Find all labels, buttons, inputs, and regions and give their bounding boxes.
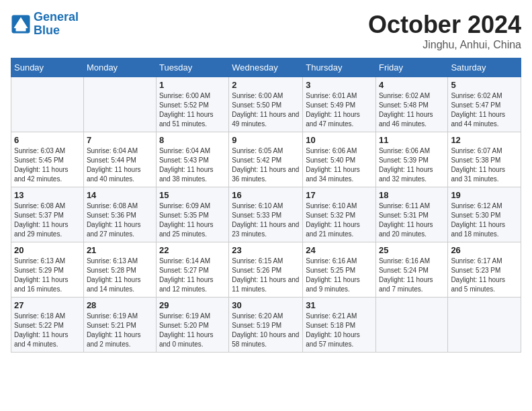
- sunset-info: Sunset: 5:49 PM: [306, 101, 355, 109]
- calendar-cell: 26Sunrise: 6:17 AMSunset: 5:23 PMDayligh…: [448, 242, 521, 298]
- calendar-cell: [11, 77, 84, 132]
- sunset-info: Sunset: 5:19 PM: [232, 322, 281, 329]
- day-info: Sunrise: 6:03 AMSunset: 5:45 PMDaylight:…: [14, 146, 81, 184]
- day-info: Sunrise: 6:06 AMSunset: 5:39 PMDaylight:…: [379, 146, 445, 184]
- calendar-cell: 14Sunrise: 6:08 AMSunset: 5:36 PMDayligh…: [83, 187, 156, 242]
- daylight-hours: Daylight: 10 hours and 58 minutes.: [232, 331, 299, 348]
- sunrise-info: Sunrise: 6:05 AM: [232, 147, 283, 154]
- sunrise-info: Sunrise: 6:07 AM: [451, 147, 502, 154]
- sunset-info: Sunset: 5:31 PM: [379, 212, 429, 219]
- title-block: October 2024 Jinghu, Anhui, China: [368, 11, 521, 51]
- calendar-cell: 6Sunrise: 6:03 AMSunset: 5:45 PMDaylight…: [11, 132, 84, 187]
- sunset-info: Sunset: 5:48 PM: [379, 101, 429, 109]
- day-number: 31: [306, 300, 373, 310]
- day-info: Sunrise: 6:10 AMSunset: 5:32 PMDaylight:…: [306, 201, 373, 239]
- daylight-hours: Daylight: 11 hours and 12 minutes.: [159, 276, 214, 293]
- daylight-hours: Daylight: 11 hours and 16 minutes.: [14, 276, 69, 293]
- sunrise-info: Sunrise: 6:02 AM: [451, 92, 502, 99]
- day-info: Sunrise: 6:04 AMSunset: 5:44 PMDaylight:…: [87, 146, 153, 184]
- day-info: Sunrise: 6:02 AMSunset: 5:47 PMDaylight:…: [451, 91, 518, 129]
- sunset-info: Sunset: 5:27 PM: [159, 267, 209, 274]
- calendar-cell: 20Sunrise: 6:13 AMSunset: 5:29 PMDayligh…: [11, 242, 84, 298]
- calendar-week-row: 27Sunrise: 6:18 AMSunset: 5:22 PMDayligh…: [11, 298, 521, 353]
- sunrise-info: Sunrise: 6:09 AM: [159, 202, 210, 210]
- daylight-hours: Daylight: 11 hours and 14 minutes.: [87, 276, 141, 293]
- calendar-cell: 17Sunrise: 6:10 AMSunset: 5:32 PMDayligh…: [303, 187, 376, 242]
- sunset-info: Sunset: 5:21 PM: [87, 322, 136, 329]
- daylight-hours: Daylight: 11 hours and 40 minutes.: [87, 166, 141, 183]
- day-info: Sunrise: 6:20 AMSunset: 5:19 PMDaylight:…: [232, 312, 300, 349]
- sunset-info: Sunset: 5:28 PM: [87, 267, 136, 274]
- daylight-hours: Daylight: 11 hours and 47 minutes.: [306, 111, 360, 128]
- calendar-cell: 18Sunrise: 6:11 AMSunset: 5:31 PMDayligh…: [375, 187, 447, 242]
- day-number: 12: [451, 135, 518, 145]
- sunset-info: Sunset: 5:45 PM: [14, 156, 64, 164]
- day-number: 28: [87, 300, 153, 310]
- sunset-info: Sunset: 5:29 PM: [14, 267, 64, 274]
- sunrise-info: Sunrise: 6:06 AM: [306, 147, 357, 154]
- daylight-hours: Daylight: 11 hours and 18 minutes.: [451, 221, 505, 238]
- day-info: Sunrise: 6:04 AMSunset: 5:43 PMDaylight:…: [159, 146, 226, 184]
- daylight-hours: Daylight: 11 hours and 29 minutes.: [14, 221, 69, 238]
- calendar-cell: 10Sunrise: 6:06 AMSunset: 5:40 PMDayligh…: [303, 132, 376, 187]
- day-number: 16: [232, 190, 300, 200]
- day-number: 23: [232, 245, 300, 255]
- daylight-hours: Daylight: 11 hours and 46 minutes.: [379, 111, 433, 128]
- calendar-cell: 1Sunrise: 6:00 AMSunset: 5:52 PMDaylight…: [156, 77, 228, 132]
- day-number: 4: [379, 80, 445, 90]
- calendar-cell: 9Sunrise: 6:05 AMSunset: 5:42 PMDaylight…: [229, 132, 303, 187]
- calendar-cell: 31Sunrise: 6:21 AMSunset: 5:18 PMDayligh…: [303, 298, 376, 353]
- day-info: Sunrise: 6:12 AMSunset: 5:30 PMDaylight:…: [451, 201, 518, 239]
- day-info: Sunrise: 6:16 AMSunset: 5:25 PMDaylight:…: [306, 257, 373, 294]
- calendar-cell: 8Sunrise: 6:04 AMSunset: 5:43 PMDaylight…: [156, 132, 228, 187]
- sunrise-info: Sunrise: 6:08 AM: [87, 202, 138, 210]
- calendar-cell: 21Sunrise: 6:13 AMSunset: 5:28 PMDayligh…: [83, 242, 156, 298]
- day-info: Sunrise: 6:18 AMSunset: 5:22 PMDaylight:…: [14, 312, 81, 349]
- day-info: Sunrise: 6:00 AMSunset: 5:52 PMDaylight:…: [159, 91, 226, 129]
- day-number: 3: [306, 80, 373, 90]
- sunset-info: Sunset: 5:24 PM: [379, 267, 429, 274]
- calendar-cell: 16Sunrise: 6:10 AMSunset: 5:33 PMDayligh…: [229, 187, 303, 242]
- month-title: October 2024: [368, 11, 521, 39]
- sunrise-info: Sunrise: 6:10 AM: [232, 202, 283, 210]
- calendar-cell: [448, 298, 521, 353]
- sunrise-info: Sunrise: 6:17 AM: [451, 257, 502, 265]
- daylight-hours: Daylight: 11 hours and 44 minutes.: [451, 111, 505, 128]
- column-header-tuesday: Tuesday: [156, 58, 228, 77]
- day-info: Sunrise: 6:09 AMSunset: 5:35 PMDaylight:…: [159, 201, 226, 239]
- calendar-cell: 23Sunrise: 6:15 AMSunset: 5:26 PMDayligh…: [229, 242, 303, 298]
- daylight-hours: Daylight: 11 hours and 31 minutes.: [451, 166, 505, 183]
- sunrise-info: Sunrise: 6:00 AM: [159, 92, 210, 99]
- sunset-info: Sunset: 5:32 PM: [306, 212, 355, 219]
- sunset-info: Sunset: 5:39 PM: [379, 156, 429, 164]
- daylight-hours: Daylight: 11 hours and 38 minutes.: [159, 166, 214, 183]
- day-number: 30: [232, 300, 300, 310]
- calendar-week-row: 1Sunrise: 6:00 AMSunset: 5:52 PMDaylight…: [11, 77, 521, 132]
- calendar-cell: 19Sunrise: 6:12 AMSunset: 5:30 PMDayligh…: [448, 187, 521, 242]
- day-number: 29: [159, 300, 226, 310]
- calendar-cell: 12Sunrise: 6:07 AMSunset: 5:38 PMDayligh…: [448, 132, 521, 187]
- calendar-week-row: 20Sunrise: 6:13 AMSunset: 5:29 PMDayligh…: [11, 242, 521, 298]
- calendar-cell: 11Sunrise: 6:06 AMSunset: 5:39 PMDayligh…: [375, 132, 447, 187]
- calendar-cell: 3Sunrise: 6:01 AMSunset: 5:49 PMDaylight…: [303, 77, 376, 132]
- day-info: Sunrise: 6:19 AMSunset: 5:21 PMDaylight:…: [87, 312, 153, 349]
- sunrise-info: Sunrise: 6:19 AM: [159, 312, 210, 320]
- day-number: 20: [14, 245, 81, 255]
- day-number: 5: [451, 80, 518, 90]
- column-header-wednesday: Wednesday: [229, 58, 303, 77]
- day-info: Sunrise: 6:11 AMSunset: 5:31 PMDaylight:…: [379, 201, 445, 239]
- logo: General Blue: [11, 11, 79, 38]
- sunrise-info: Sunrise: 6:21 AM: [306, 312, 357, 320]
- sunrise-info: Sunrise: 6:13 AM: [87, 257, 138, 265]
- calendar-cell: 2Sunrise: 6:00 AMSunset: 5:50 PMDaylight…: [229, 77, 303, 132]
- svg-rect-2: [16, 28, 26, 32]
- page-header: General Blue October 2024 Jinghu, Anhui,…: [11, 11, 521, 51]
- sunrise-info: Sunrise: 6:16 AM: [306, 257, 357, 265]
- daylight-hours: Daylight: 11 hours and 23 minutes.: [232, 221, 299, 238]
- daylight-hours: Daylight: 11 hours and 27 minutes.: [87, 221, 141, 238]
- sunset-info: Sunset: 5:44 PM: [87, 156, 136, 164]
- calendar-cell: 28Sunrise: 6:19 AMSunset: 5:21 PMDayligh…: [83, 298, 156, 353]
- day-number: 1: [159, 80, 226, 90]
- daylight-hours: Daylight: 11 hours and 2 minutes.: [87, 331, 141, 348]
- day-number: 26: [451, 245, 518, 255]
